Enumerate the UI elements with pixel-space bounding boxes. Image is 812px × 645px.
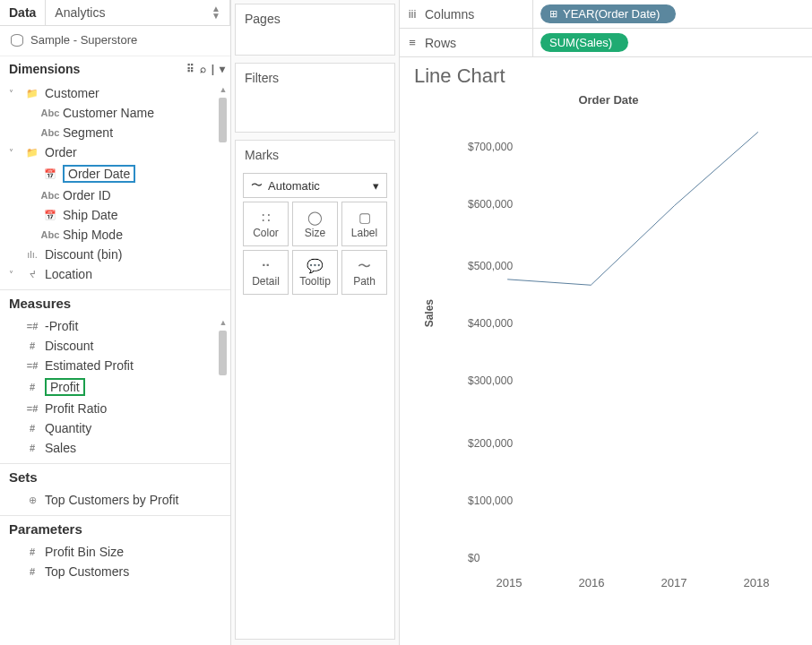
- rows-shelf[interactable]: ≡ Rows SUM(Sales): [400, 29, 812, 57]
- viz-pane: iii Columns ⊞YEAR(Order Date) ≡ Rows SUM…: [400, 0, 812, 645]
- line-series: [468, 120, 798, 563]
- chart-area: Line Chart Order Date Sales $700,000 $60…: [400, 57, 812, 645]
- parameters-header: Parameters: [0, 515, 230, 540]
- mark-type-dropdown[interactable]: 〜 Automatic ▾: [243, 173, 387, 198]
- field-quantity[interactable]: #Quantity: [0, 418, 230, 438]
- mark-tooltip[interactable]: 💬Tooltip: [292, 250, 338, 295]
- field-discount-bin[interactable]: ılı.Discount (bin): [0, 245, 230, 264]
- mark-label[interactable]: ▢Label: [341, 202, 387, 246]
- mark-size[interactable]: ◯Size: [292, 202, 338, 246]
- datasource-icon: [11, 34, 23, 47]
- sidebar-tabs: Data Analytics ▲▼: [0, 0, 230, 26]
- view-grid-icon[interactable]: ⠿: [186, 63, 194, 75]
- field-ship-mode[interactable]: AbcShip Mode: [0, 225, 230, 245]
- x-tick: 2015: [497, 576, 523, 589]
- size-icon: ◯: [307, 209, 323, 227]
- divider: |: [212, 63, 214, 75]
- set-top-customers[interactable]: ⊕Top Customers by Profit: [0, 490, 230, 510]
- filters-shelf[interactable]: Filters: [235, 63, 395, 133]
- columns-icon: iii: [400, 7, 425, 21]
- field-ship-date[interactable]: 📅Ship Date: [0, 205, 230, 225]
- field-profit-ratio[interactable]: =#Profit Ratio: [0, 399, 230, 418]
- field-profit[interactable]: #Profit: [0, 375, 230, 399]
- x-tick: 2018: [744, 576, 770, 589]
- line-icon: 〜: [251, 177, 263, 194]
- pages-shelf[interactable]: Pages: [235, 4, 395, 56]
- field-customer-name[interactable]: AbcCustomer Name: [0, 103, 230, 123]
- dimensions-tree: ▲ ˅📁 Customer AbcCustomer Name AbcSegmen…: [0, 82, 230, 289]
- search-icon[interactable]: ⌕: [200, 63, 206, 75]
- chevron-down-icon: ▾: [373, 179, 379, 193]
- scrollbar[interactable]: ▲: [218, 318, 229, 460]
- field-est-profit[interactable]: =#Estimated Profit: [0, 356, 230, 375]
- x-axis-title: Order Date: [414, 93, 803, 107]
- path-icon: 〜: [358, 257, 371, 275]
- scrollbar[interactable]: ▲: [218, 85, 229, 286]
- pill-sum-sales[interactable]: SUM(Sales): [540, 33, 628, 52]
- tab-analytics-label: Analytics: [55, 5, 105, 20]
- mark-detail[interactable]: ⠒Detail: [243, 250, 289, 295]
- param-top-customers[interactable]: #Top Customers: [0, 562, 230, 581]
- plot-area: Sales $700,000 $600,000 $500,000 $400,00…: [468, 120, 798, 563]
- rows-label: Rows: [425, 36, 532, 50]
- cards-pane: Pages Filters Marks 〜 Automatic ▾ ∷Color…: [231, 0, 400, 645]
- pill-year-order-date[interactable]: ⊞YEAR(Order Date): [540, 4, 676, 23]
- label-icon: ▢: [358, 209, 371, 227]
- tab-data[interactable]: Data: [0, 0, 46, 25]
- mark-color[interactable]: ∷Color: [243, 202, 289, 246]
- param-profit-bin[interactable]: #Profit Bin Size: [0, 542, 230, 562]
- folder-order[interactable]: ˅📁 Order: [0, 142, 230, 162]
- y-axis-title: Sales: [423, 299, 436, 327]
- datasource-name: Sample - Superstore: [30, 33, 137, 47]
- datasource-row[interactable]: Sample - Superstore: [0, 26, 230, 56]
- pages-title: Pages: [236, 4, 394, 33]
- menu-icon[interactable]: ▾: [220, 63, 225, 75]
- field-sales[interactable]: #Sales: [0, 438, 230, 458]
- detail-icon: ⠒: [261, 257, 271, 275]
- x-tick: 2016: [579, 576, 605, 589]
- dropdown-icon: ▲▼: [212, 5, 220, 20]
- x-ticks: 2015 2016 2017 2018: [468, 576, 798, 589]
- tooltip-icon: 💬: [307, 257, 324, 275]
- filters-title: Filters: [236, 64, 394, 92]
- folder-label: Customer: [45, 86, 99, 100]
- field-segment[interactable]: AbcSegment: [0, 123, 230, 142]
- marks-card: Marks 〜 Automatic ▾ ∷Color ◯Size ▢Label …: [235, 140, 395, 640]
- folder-label: Order: [45, 145, 77, 159]
- dimensions-label: Dimensions: [9, 62, 80, 76]
- dimensions-header: Dimensions ⠿ ⌕ | ▾: [0, 56, 230, 82]
- parameters-tree: #Profit Bin Size #Top Customers: [0, 540, 230, 587]
- sets-header: Sets: [0, 463, 230, 488]
- x-tick: 2017: [661, 576, 687, 589]
- color-icon: ∷: [262, 209, 271, 227]
- field-order-id[interactable]: AbcOrder ID: [0, 185, 230, 205]
- field-discount[interactable]: #Discount: [0, 336, 230, 356]
- field-neg-profit[interactable]: =#-Profit: [0, 316, 230, 336]
- tab-analytics[interactable]: Analytics ▲▼: [46, 0, 230, 25]
- rows-icon: ≡: [400, 36, 425, 49]
- mark-path[interactable]: 〜Path: [341, 250, 387, 295]
- chart-title: Line Chart: [414, 64, 803, 88]
- mark-type-label: Automatic: [268, 179, 320, 193]
- marks-title: Marks: [236, 141, 394, 169]
- columns-shelf[interactable]: iii Columns ⊞YEAR(Order Date): [400, 0, 812, 29]
- hierarchy-location[interactable]: ˅ᔪLocation: [0, 264, 230, 284]
- folder-customer[interactable]: ˅📁 Customer: [0, 83, 230, 103]
- plus-icon: ⊞: [549, 8, 557, 20]
- field-order-date[interactable]: 📅Order Date: [0, 162, 230, 185]
- columns-label: Columns: [425, 7, 532, 22]
- measures-header: Measures: [0, 289, 230, 314]
- measures-tree: ▲ =#-Profit #Discount =#Estimated Profit…: [0, 314, 230, 463]
- sets-tree: ⊕Top Customers by Profit: [0, 488, 230, 515]
- data-pane: Data Analytics ▲▼ Sample - Superstore Di…: [0, 0, 231, 645]
